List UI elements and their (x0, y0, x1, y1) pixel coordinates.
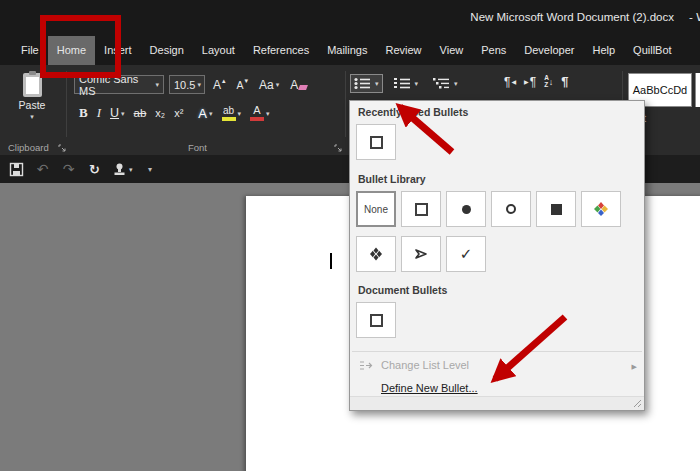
undo-button[interactable]: ↶ (34, 159, 51, 179)
change-case-chevron-icon: ▾ (276, 81, 280, 88)
font-size-chevron-icon: ▾ (197, 81, 201, 88)
tab-quillbot[interactable]: QuillBot (624, 36, 681, 65)
tab-home[interactable]: Home (48, 36, 95, 65)
text-effects-chevron-icon: ▾ (209, 110, 213, 117)
underline-glyph: U (110, 106, 119, 120)
ltr-direction-button[interactable]: ¶ ◀ (504, 75, 516, 89)
highlight-glyph-stack: ab (222, 106, 236, 121)
multilevel-list-icon (433, 77, 450, 90)
tab-file[interactable]: File (12, 36, 48, 65)
direction-row: ¶ ◀ ▶ ¶ A Z ↓ ¶ (504, 74, 569, 89)
underline-button[interactable]: U ▾ (107, 103, 128, 123)
resize-grip-icon[interactable] (633, 399, 642, 408)
clear-formatting-button[interactable]: A (287, 75, 310, 95)
grow-font-glyph: A (213, 78, 221, 92)
sort-button[interactable]: A Z ↓ (544, 75, 553, 88)
tab-layout[interactable]: Layout (193, 36, 244, 65)
text-effects-button[interactable]: A ▾ (195, 103, 215, 123)
numbered-list-icon (394, 77, 411, 90)
font-dialog-launcher-icon[interactable] (334, 144, 342, 152)
font-name-value: Comic Sans MS (79, 73, 153, 97)
none-label: None (364, 204, 388, 215)
grow-font-arrow-icon: ▴ (222, 77, 226, 85)
multilevel-chevron-icon: ▾ (454, 80, 458, 87)
multilevel-list-button[interactable]: ▾ (429, 74, 462, 93)
numbering-chevron-icon: ▾ (415, 80, 419, 87)
bullets-button[interactable]: ▾ (350, 74, 383, 93)
tab-references[interactable]: References (244, 36, 318, 65)
font-name-chevron-icon: ▾ (155, 81, 159, 88)
save-button[interactable] (8, 159, 25, 179)
submenu-arrow-icon: ▶ (632, 357, 637, 376)
repeat-button[interactable]: ↻ (86, 159, 103, 179)
bullet-tile-checkmark[interactable]: ✓ (446, 236, 486, 272)
styles-gallery-scroll[interactable] (695, 73, 700, 107)
document-bullets-header: Document Bullets (358, 284, 447, 296)
text-cursor (330, 253, 332, 269)
clipboard-dialog-launcher-icon[interactable] (58, 144, 66, 152)
bullet-tile-arrowhead[interactable] (401, 236, 441, 272)
filled-circle-bullet-icon (462, 205, 471, 214)
italic-button[interactable]: I (94, 103, 104, 123)
recent-bullet-square-outline[interactable] (356, 124, 396, 160)
open-circle-bullet-icon (506, 204, 516, 214)
ribbon-tab-bar: File Home Insert Design Layout Reference… (0, 36, 700, 65)
group-divider (66, 71, 67, 137)
highlight-chevron-icon: ▾ (238, 110, 242, 117)
shrink-font-arrow-icon: ▾ (245, 77, 249, 85)
grow-font-button[interactable]: A ▴ (210, 75, 229, 95)
font-group-text: Font (188, 142, 207, 153)
strikethrough-button[interactable]: ab (131, 103, 150, 123)
paste-label: Paste (19, 99, 46, 111)
paste-button[interactable]: Paste ▾ (8, 71, 56, 139)
rtl-arrow-icon: ▶ (524, 78, 529, 85)
shrink-font-button[interactable]: A ▾ (234, 75, 252, 95)
highlight-color-button[interactable]: ab ▾ (219, 103, 245, 123)
title-bar: New Microsoft Word Document (2).docx - W (0, 0, 700, 36)
tab-view[interactable]: View (431, 36, 473, 65)
subscript-button[interactable]: x₂ (152, 103, 168, 123)
font-row-1: Comic Sans MS ▾ 10.5 ▾ A ▴ A ▾ Aa ▾ A (74, 74, 310, 95)
rtl-direction-button[interactable]: ▶ ¶ (524, 75, 536, 89)
filled-square-bullet-icon (551, 204, 562, 215)
ink-tool-chevron-icon: ▾ (129, 166, 133, 173)
group-divider (345, 71, 346, 137)
tab-pens[interactable]: Pens (472, 36, 515, 65)
bold-button[interactable]: B (76, 103, 91, 123)
document-bullet-square-outline[interactable] (356, 302, 396, 338)
tab-help[interactable]: Help (583, 36, 624, 65)
show-hide-pilcrow-button[interactable]: ¶ (561, 74, 568, 89)
ink-tool-button[interactable]: ▾ (112, 159, 133, 179)
tab-review[interactable]: Review (377, 36, 431, 65)
paste-clipboard-icon (23, 73, 42, 97)
font-name-combo[interactable]: Comic Sans MS ▾ (74, 75, 164, 94)
superscript-button[interactable]: x² (171, 103, 186, 123)
font-size-value: 10.5 (174, 79, 195, 91)
save-icon (9, 162, 24, 177)
redo-button[interactable]: ↷ (60, 159, 77, 179)
change-case-button[interactable]: Aa ▾ (256, 75, 282, 95)
tab-design[interactable]: Design (141, 36, 193, 65)
numbering-button[interactable]: ▾ (390, 74, 423, 93)
font-size-combo[interactable]: 10.5 ▾ (169, 75, 205, 94)
highlight-color-bar (222, 117, 236, 121)
qat-customize-button[interactable]: ▾ (142, 159, 159, 179)
tab-insert[interactable]: Insert (95, 36, 141, 65)
bullet-library-header: Bullet Library (358, 173, 426, 185)
tab-developer[interactable]: Developer (515, 36, 583, 65)
bullet-tile-diamond-cluster[interactable] (356, 236, 396, 272)
bullet-tile-filled-circle[interactable] (446, 191, 486, 227)
tab-mailings[interactable]: Mailings (318, 36, 376, 65)
change-list-level-item[interactable]: Change List Level ▶ (350, 356, 644, 375)
bullet-tile-square-outline[interactable] (401, 191, 441, 227)
bullet-tile-filled-square[interactable] (536, 191, 576, 227)
paragraph-row: ▾ ▾ ▾ (350, 74, 462, 93)
bullet-tile-none[interactable]: None (356, 191, 396, 227)
bullet-tile-open-circle[interactable] (491, 191, 531, 227)
bullet-tile-color-diamonds[interactable] (581, 191, 621, 227)
font-color-button[interactable]: A ▾ (247, 103, 273, 123)
font-color-glyph: A (253, 105, 260, 116)
square-outline-bullet-icon (370, 136, 383, 149)
checkmark-bullet-icon: ✓ (460, 245, 473, 263)
ltr-pilcrow-glyph: ¶ (504, 75, 510, 89)
